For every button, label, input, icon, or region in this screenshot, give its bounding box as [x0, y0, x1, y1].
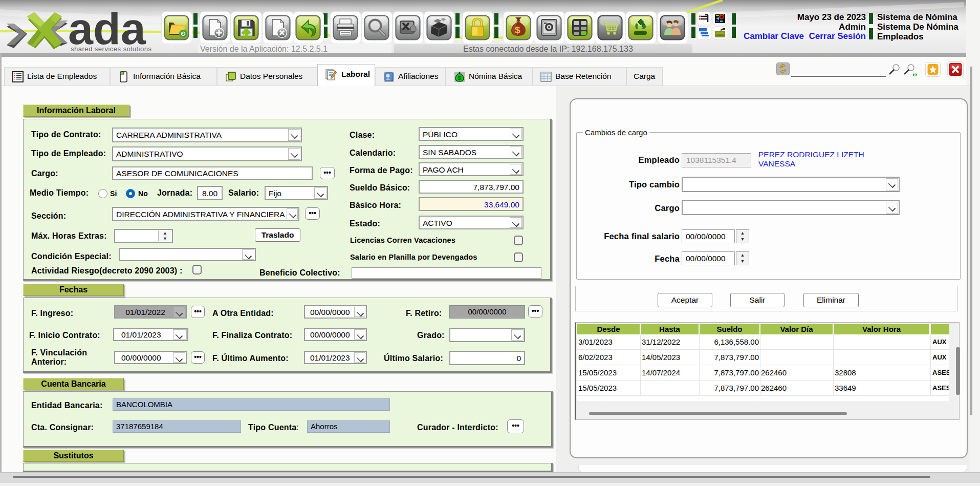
svg-text:$: $ [515, 25, 520, 35]
svg-text:$: $ [458, 75, 461, 81]
